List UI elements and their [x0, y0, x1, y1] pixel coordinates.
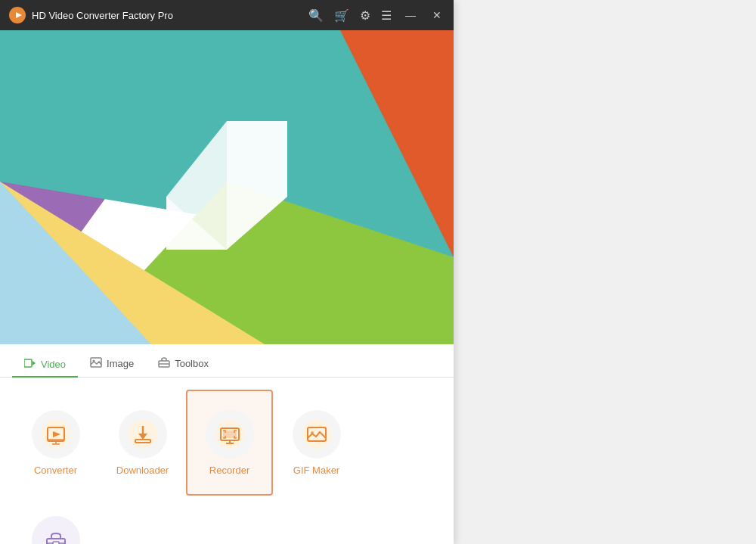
tool-grid: Converter Downloader: [0, 378, 454, 544]
window-title: HD Video Converter Factory Pro: [32, 10, 308, 21]
toolbox-tab-icon: [158, 357, 170, 370]
app-logo: [9, 7, 26, 23]
title-bar: HD Video Converter Factory Pro 🔍 🛒 ⚙ ☰ —…: [0, 0, 454, 30]
downloader-label: Downloader: [116, 465, 169, 476]
svg-rect-36: [53, 542, 59, 545]
list-icon[interactable]: ☰: [381, 8, 392, 23]
settings-icon[interactable]: ⚙: [360, 8, 370, 23]
tool-card-recorder[interactable]: Recorder: [186, 390, 273, 496]
minimize-button[interactable]: —: [402, 9, 419, 21]
tool-card-toolbox[interactable]: Toolbox: [12, 496, 99, 544]
bottom-section: Video Image: [0, 344, 454, 544]
downloader-icon: [119, 410, 167, 459]
recorder-label: Recorder: [209, 465, 249, 476]
toolbox-icon: [32, 516, 80, 545]
tab-image-label: Image: [107, 358, 134, 369]
main-window: HD Video Converter Factory Pro 🔍 🛒 ⚙ ☰ —…: [0, 0, 454, 544]
hero-graphic: [0, 30, 454, 344]
tool-card-converter[interactable]: Converter: [12, 390, 99, 496]
converter-icon: [32, 410, 80, 459]
converter-label: Converter: [34, 465, 77, 476]
window-controls: 🔍 🛒 ⚙ ☰ — ✕: [308, 8, 445, 23]
search-icon[interactable]: 🔍: [308, 8, 324, 23]
tabs-bar: Video Image: [0, 344, 454, 378]
tab-video[interactable]: Video: [12, 352, 78, 378]
tab-toolbox[interactable]: Toolbox: [146, 351, 221, 378]
cart-icon[interactable]: 🛒: [334, 8, 349, 23]
svg-point-30: [302, 420, 331, 449]
hero-banner: [0, 30, 454, 344]
recorder-icon: [206, 410, 254, 459]
tab-video-label: Video: [41, 359, 66, 370]
tab-toolbox-label: Toolbox: [175, 358, 209, 369]
tool-card-gif-maker[interactable]: GIF Maker: [273, 390, 360, 496]
video-tab-icon: [24, 358, 36, 370]
svg-marker-10: [33, 361, 36, 365]
right-empty-area: [454, 0, 756, 544]
gif-maker-label: GIF Maker: [293, 465, 339, 476]
tab-image[interactable]: Image: [78, 351, 146, 378]
tool-card-downloader[interactable]: Downloader: [99, 390, 186, 496]
close-button[interactable]: ✕: [429, 9, 445, 21]
image-tab-icon: [90, 357, 102, 370]
gif-maker-icon: [293, 410, 341, 459]
svg-rect-9: [24, 359, 32, 367]
